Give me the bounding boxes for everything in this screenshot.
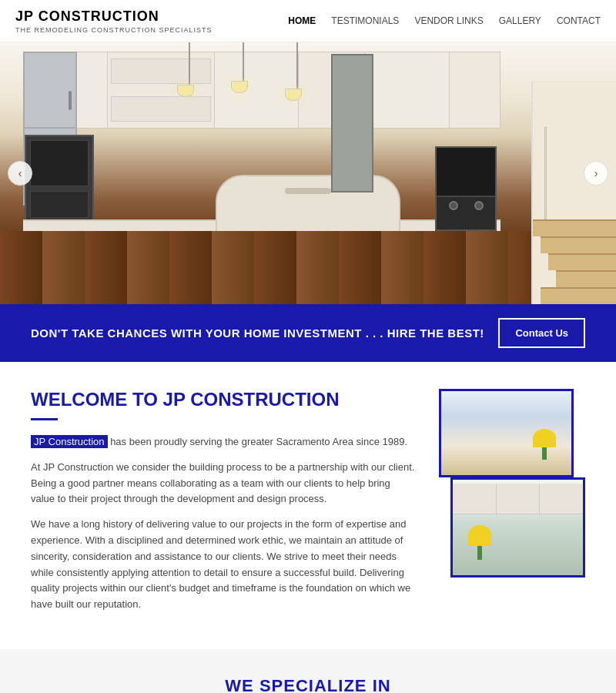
carousel-next-button[interactable]: › bbox=[584, 161, 608, 186]
pendant-3 bbox=[293, 42, 302, 101]
welcome-images bbox=[431, 389, 593, 622]
welcome-section: WELCOME TO JP CONSTRUCTION JP Constructi… bbox=[0, 362, 616, 649]
welcome-para3: We have a long history of delivering val… bbox=[31, 517, 416, 613]
welcome-para2: At JP Construction we consider the build… bbox=[31, 460, 416, 507]
range bbox=[435, 146, 497, 231]
kitchen-image-2 bbox=[450, 477, 585, 578]
staircase bbox=[531, 81, 616, 304]
back-door bbox=[331, 54, 373, 192]
kitchen-image-1 bbox=[439, 389, 574, 477]
pendant-2 bbox=[239, 42, 248, 93]
welcome-title: WELCOME TO JP CONSTRUCTION bbox=[31, 389, 416, 410]
nav-testimonials[interactable]: TESTIMONIALS bbox=[331, 15, 399, 26]
specialize-title: WE SPECIALIZE IN bbox=[15, 676, 601, 693]
promo-banner: DON'T TAKE CHANCES WITH YOUR HOME INVEST… bbox=[0, 304, 616, 362]
carousel-prev-button[interactable]: ‹ bbox=[8, 161, 32, 186]
nav-vendor-links[interactable]: VENDOR LINKS bbox=[414, 15, 483, 26]
specialize-section: WE SPECIALIZE IN DESIGN BUILDS bbox=[0, 649, 616, 693]
cabinets-upper bbox=[23, 52, 500, 129]
banner-text: DON'T TAKE CHANCES WITH YOUR HOME INVEST… bbox=[31, 326, 484, 340]
nav-home[interactable]: HOME bbox=[288, 15, 316, 26]
hero-section: ‹ › bbox=[0, 42, 616, 304]
welcome-content: WELCOME TO JP CONSTRUCTION JP Constructi… bbox=[31, 389, 416, 622]
logo: JP CONSTRUCTION THE REMODELING CONSTRUCT… bbox=[15, 8, 213, 34]
welcome-divider bbox=[31, 418, 58, 420]
floor bbox=[0, 231, 616, 304]
logo-title: JP CONSTRUCTION bbox=[15, 8, 213, 25]
contact-us-button[interactable]: Contact Us bbox=[498, 318, 585, 348]
image-stack bbox=[439, 389, 585, 578]
company-link[interactable]: JP Construction bbox=[31, 435, 108, 448]
site-header: JP CONSTRUCTION THE REMODELING CONSTRUCT… bbox=[0, 0, 616, 42]
oven bbox=[25, 135, 94, 227]
nav-contact[interactable]: CONTACT bbox=[557, 15, 601, 26]
logo-subtitle: THE REMODELING CONSTRUCTION SPECIALISTS bbox=[15, 26, 213, 34]
main-nav: HOME TESTIMONIALS VENDOR LINKS GALLERY C… bbox=[288, 15, 601, 26]
welcome-para1: JP Construction has been proudly serving… bbox=[31, 434, 416, 450]
nav-gallery[interactable]: GALLERY bbox=[499, 15, 541, 26]
pendant-1 bbox=[185, 42, 194, 97]
